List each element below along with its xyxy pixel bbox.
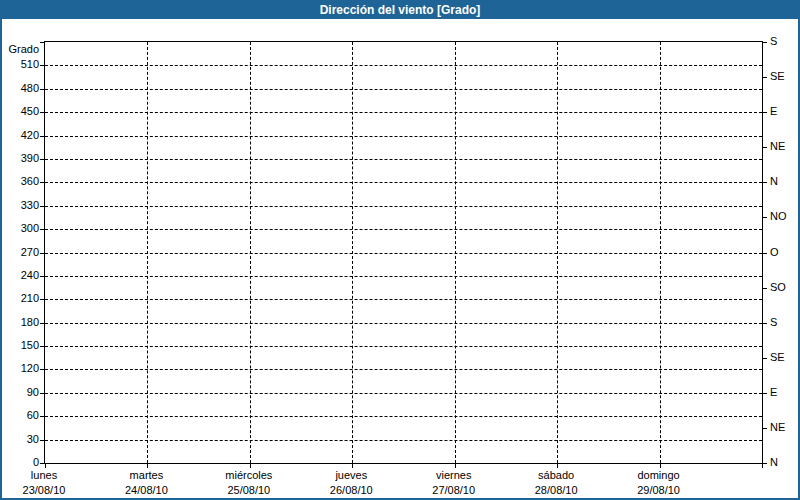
y-right-tick [762,323,767,324]
y-left-tick [40,253,45,254]
y-left-tick [40,299,45,300]
y-left-tick-label: 0 [3,456,39,468]
y-axis-title: Grado [3,43,39,55]
y-left-tick [40,369,45,370]
x-day-name: lunes [0,468,99,483]
y-right-tick-label: O [770,246,779,258]
y-left-tick [40,112,45,113]
y-left-tick-label: 450 [3,105,39,117]
x-day-label: domingo29/08/10 [604,468,714,498]
h-gridline [45,440,762,441]
x-day-date: 25/08/10 [194,483,304,498]
y-left-tick-label: 300 [3,222,39,234]
y-left-tick-label: 240 [3,269,39,281]
y-left-tick [40,89,45,90]
y-left-tick-label: 480 [3,82,39,94]
h-gridline [45,206,762,207]
y-left-tick-label: 510 [3,58,39,70]
y-left-tick-label: 150 [3,339,39,351]
y-left-tick-label: 180 [3,316,39,328]
plot-area [44,41,763,464]
y-left-tick-label: 390 [3,152,39,164]
y-right-tick-label: E [770,105,777,117]
y-right-tick [762,428,767,429]
y-right-tick-label: N [770,456,778,468]
x-day-name: sábado [501,468,611,483]
y-left-tick [40,136,45,137]
h-gridline [45,112,762,113]
x-day-label: jueves26/08/10 [296,468,406,498]
y-left-tick [40,65,45,66]
h-gridline [45,182,762,183]
x-tick [762,463,763,468]
y-left-tick [40,393,45,394]
y-right-tick [762,217,767,218]
v-gridline [250,42,251,463]
y-left-tick-label: 210 [3,292,39,304]
y-right-tick [762,77,767,78]
h-gridline [45,299,762,300]
y-right-tick-label: S [770,316,777,328]
h-gridline [45,276,762,277]
y-left-tick [40,323,45,324]
y-right-tick [762,112,767,113]
y-left-tick [40,276,45,277]
x-day-date: 27/08/10 [399,483,509,498]
y-left-tick-label: 330 [3,199,39,211]
y-right-tick [762,42,767,43]
y-right-tick-label: SO [770,281,786,293]
y-left-tick [40,440,45,441]
x-day-label: viernes27/08/10 [399,468,509,498]
v-gridline [352,42,353,463]
y-right-tick-label: SE [770,70,785,82]
y-right-tick-label: SE [770,351,785,363]
x-day-label: lunes23/08/10 [0,468,99,498]
y-right-tick [762,393,767,394]
y-right-tick [762,182,767,183]
y-left-tick-label: 30 [3,433,39,445]
y-left-tick-label: 90 [3,386,39,398]
y-left-tick [40,416,45,417]
h-gridline [45,346,762,347]
y-left-tick [40,182,45,183]
x-day-label: sábado28/08/10 [501,468,611,498]
y-left-tick [40,229,45,230]
h-gridline [45,393,762,394]
x-day-name: jueves [296,468,406,483]
x-day-name: domingo [604,468,714,483]
window-frame: Dirección del viento [Grado] Grado 03060… [0,0,800,500]
x-day-label: martes24/08/10 [91,468,201,498]
y-left-tick-label: 120 [3,362,39,374]
y-left-tick [40,206,45,207]
y-left-tick-label: 420 [3,129,39,141]
h-gridline [45,89,762,90]
x-day-date: 24/08/10 [91,483,201,498]
y-right-tick [762,288,767,289]
h-gridline [45,159,762,160]
y-left-tick [40,42,45,43]
v-gridline [660,42,661,463]
h-gridline [45,253,762,254]
x-day-date: 29/08/10 [604,483,714,498]
y-right-tick [762,358,767,359]
y-left-tick-label: 60 [3,409,39,421]
y-right-tick-label: NO [770,210,787,222]
h-gridline [45,229,762,230]
y-right-tick-label: S [770,35,777,47]
x-day-name: miércoles [194,468,304,483]
v-gridline [455,42,456,463]
h-gridline [45,136,762,137]
title-bar: Dirección del viento [Grado] [2,2,798,19]
v-gridline [557,42,558,463]
x-day-date: 26/08/10 [296,483,406,498]
y-right-tick [762,253,767,254]
y-right-tick [762,147,767,148]
x-day-date: 23/08/10 [0,483,99,498]
y-right-tick-label: N [770,175,778,187]
x-day-name: viernes [399,468,509,483]
y-left-tick-label: 270 [3,246,39,258]
h-gridline [45,369,762,370]
h-gridline [45,323,762,324]
x-day-name: martes [91,468,201,483]
h-gridline [45,416,762,417]
